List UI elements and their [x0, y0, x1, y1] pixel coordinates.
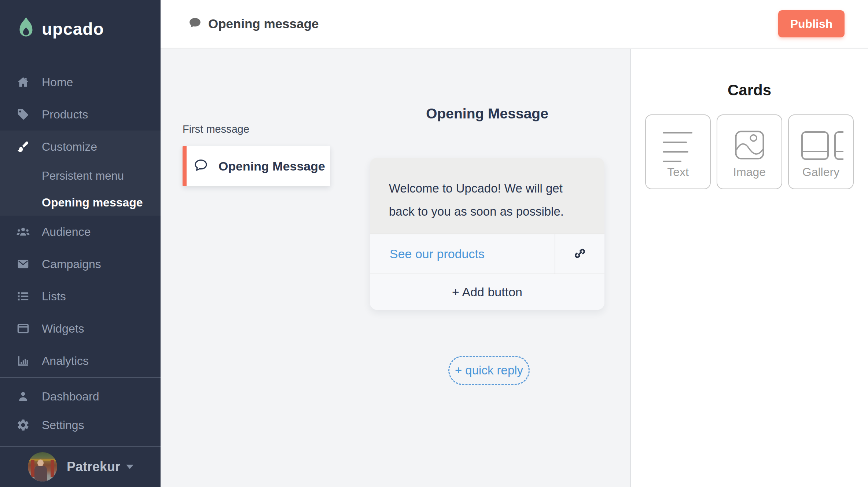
sidebar-item-opening-message[interactable]: Opening message	[0, 189, 161, 216]
sidebar-item-home[interactable]: Home	[0, 66, 161, 98]
bar-chart-icon	[16, 354, 30, 368]
sidebar-item-label: Dashboard	[42, 390, 99, 403]
active-accent-bar	[183, 146, 187, 186]
tag-icon	[16, 107, 30, 121]
link-icon	[574, 247, 586, 261]
button-type-cell[interactable]	[555, 234, 604, 274]
message-button-row: See our products	[370, 234, 604, 274]
text-lines-icon	[663, 132, 692, 170]
window-icon	[16, 322, 30, 336]
message-section-label: First message	[183, 123, 249, 135]
user-name: Patrekur	[67, 459, 120, 475]
gallery-icon	[801, 131, 843, 161]
sidebar-item-persistent-menu[interactable]: Persistent menu	[0, 163, 161, 189]
publish-button[interactable]: Publish	[778, 10, 845, 37]
sidebar-item-label: Lists	[42, 290, 66, 303]
person-icon	[16, 389, 30, 403]
sidebar-item-audience[interactable]: Audience	[0, 216, 161, 248]
card-option-label: Gallery	[789, 165, 853, 179]
sidebar-item-label: Settings	[42, 418, 84, 432]
home-icon	[16, 75, 30, 89]
card-option-image[interactable]: Image	[717, 114, 782, 189]
sidebar-item-products[interactable]: Products	[0, 98, 161, 131]
user-menu[interactable]: Patrekur	[0, 446, 161, 487]
sidebar-item-label: Campaigns	[42, 257, 101, 271]
cards-panel: Cards Text Image Gallery	[630, 49, 868, 487]
card-option-label: Text	[646, 165, 710, 179]
cards-panel-title: Cards	[631, 81, 868, 99]
brand-logo[interactable]: upcado	[0, 0, 161, 42]
opening-message-list-item[interactable]: Opening Message	[183, 146, 330, 186]
page-header: Opening message Publish	[161, 0, 868, 48]
message-text-block[interactable]: Welcome to Upcado! We will get back to y…	[370, 158, 604, 234]
page-title: Opening message	[208, 17, 319, 31]
list-icon	[16, 289, 30, 303]
add-quick-reply-button[interactable]: + quick reply	[448, 356, 530, 385]
customize-section: Customize Persistent menu Opening messag…	[0, 131, 161, 216]
preview-heading: Opening Message	[370, 106, 604, 122]
editor-canvas: First message Opening Message Opening Me…	[161, 49, 630, 487]
chevron-down-icon	[126, 465, 133, 469]
sidebar-item-settings[interactable]: Settings	[0, 411, 161, 439]
add-button-action[interactable]: + Add button	[370, 274, 604, 310]
sidebar-item-label: Widgets	[42, 322, 84, 336]
avatar	[28, 452, 57, 481]
speech-bubble-outline-icon	[194, 158, 208, 174]
image-icon	[735, 131, 764, 161]
sidebar-item-label: Persistent menu	[42, 169, 124, 183]
card-options-row: Text Image Gallery	[631, 114, 868, 189]
card-option-label: Image	[717, 165, 781, 179]
speech-bubble-icon	[188, 16, 202, 32]
brand-name: upcado	[42, 19, 104, 39]
sidebar-item-label: Customize	[42, 140, 97, 154]
sidebar-bottom-section: Dashboard Settings	[0, 378, 161, 439]
sidebar-item-label: Home	[42, 76, 73, 89]
sidebar-item-label: Products	[42, 108, 88, 121]
paintbrush-icon	[16, 140, 30, 154]
card-option-gallery[interactable]: Gallery	[788, 114, 854, 189]
avocado-logo-icon	[17, 16, 35, 42]
sidebar-item-lists[interactable]: Lists	[0, 280, 161, 312]
sidebar-item-label: Audience	[42, 225, 91, 239]
message-button[interactable]: See our products	[370, 234, 555, 274]
message-preview-card: Welcome to Upcado! We will get back to y…	[370, 158, 604, 310]
sidebar-nav: Home Products Customize Persistent menu	[0, 66, 161, 439]
list-item-title: Opening Message	[218, 159, 325, 173]
gear-icon	[16, 418, 30, 432]
sidebar-item-label: Analytics	[42, 354, 89, 368]
envelope-icon	[16, 257, 30, 271]
sidebar-item-analytics[interactable]: Analytics	[0, 345, 161, 377]
card-option-text[interactable]: Text	[645, 114, 711, 189]
sidebar: upcado Home Products Cust	[0, 0, 161, 487]
sidebar-item-widgets[interactable]: Widgets	[0, 312, 161, 345]
sidebar-item-campaigns[interactable]: Campaigns	[0, 248, 161, 280]
sidebar-item-customize[interactable]: Customize	[0, 131, 161, 163]
people-icon	[16, 225, 30, 239]
sidebar-item-dashboard[interactable]: Dashboard	[0, 382, 161, 411]
sidebar-item-label: Opening message	[42, 196, 143, 209]
app-window: upcado Home Products Cust	[0, 0, 868, 487]
